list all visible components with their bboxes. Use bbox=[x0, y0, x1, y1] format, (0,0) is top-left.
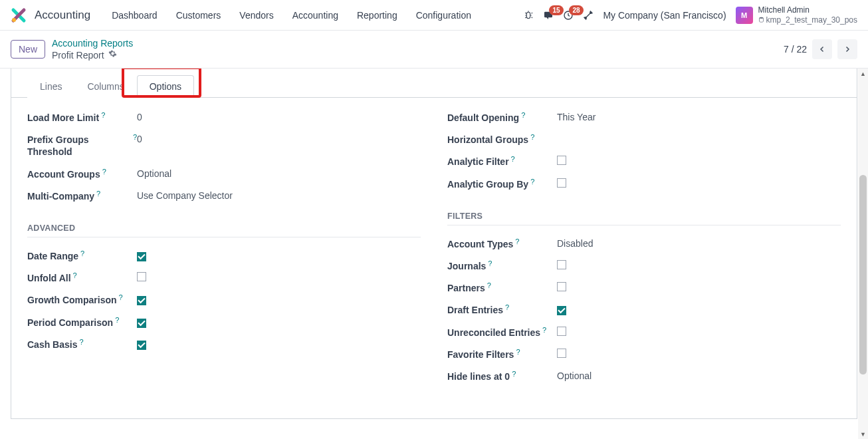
label-account-types: Account Types bbox=[447, 238, 513, 250]
pager-prev-button[interactable] bbox=[812, 39, 832, 59]
checkbox-analytic-filter[interactable] bbox=[557, 156, 566, 165]
label-prefix-groups-threshold: Prefix Groups Threshold bbox=[27, 134, 131, 158]
help-icon[interactable]: ? bbox=[102, 167, 106, 176]
control-panel: New Accounting Reports Profit Report 7 /… bbox=[0, 31, 868, 69]
value-account-types[interactable]: Disabled bbox=[557, 237, 841, 249]
help-icon[interactable]: ? bbox=[79, 337, 83, 347]
form-view: Lines Columns Options Load More Limit? 0… bbox=[0, 69, 868, 439]
value-default-opening[interactable]: This Year bbox=[557, 111, 841, 122]
activities-icon[interactable]: 28 bbox=[563, 10, 574, 21]
tab-lines[interactable]: Lines bbox=[27, 75, 74, 98]
help-icon[interactable]: ? bbox=[119, 293, 123, 302]
value-prefix-groups-threshold[interactable]: 0 bbox=[137, 133, 421, 144]
label-unreconciled-entries: Unreconciled Entries bbox=[447, 327, 540, 339]
breadcrumb: Accounting Reports Profit Report bbox=[52, 37, 133, 61]
checkbox-favorite-filters[interactable] bbox=[557, 349, 566, 358]
breadcrumb-parent[interactable]: Accounting Reports bbox=[52, 37, 133, 49]
help-icon[interactable]: ? bbox=[80, 249, 84, 258]
tools-icon[interactable] bbox=[583, 10, 594, 21]
company-switcher[interactable]: My Company (San Francisco) bbox=[603, 10, 726, 21]
checkbox-partners[interactable] bbox=[557, 282, 566, 291]
pager-text[interactable]: 7 / 22 bbox=[784, 44, 807, 55]
checkbox-cash-basis[interactable] bbox=[137, 341, 146, 350]
label-partners: Partners bbox=[447, 282, 485, 294]
label-growth-comparison: Growth Comparison bbox=[27, 294, 117, 306]
label-hide-lines-at-0: Hide lines at 0 bbox=[447, 370, 510, 382]
label-cash-basis: Cash Basis bbox=[27, 339, 77, 351]
scroll-thumb[interactable] bbox=[859, 175, 867, 374]
section-advanced: ADVANCED bbox=[27, 223, 421, 237]
label-load-more-limit: Load More Limit bbox=[27, 112, 99, 124]
messages-badge: 15 bbox=[549, 5, 563, 15]
menu-vendors[interactable]: Vendors bbox=[231, 6, 281, 25]
checkbox-unfold-all[interactable] bbox=[137, 272, 146, 281]
section-filters: FILTERS bbox=[447, 212, 841, 225]
menu-reporting[interactable]: Reporting bbox=[349, 6, 405, 25]
label-date-range: Date Range bbox=[27, 250, 78, 262]
value-horizontal-groups[interactable] bbox=[557, 133, 841, 134]
tab-options[interactable]: Options bbox=[137, 75, 194, 98]
main-menu: Dashboard Customers Vendors Accounting R… bbox=[104, 6, 479, 25]
checkbox-unreconciled-entries[interactable] bbox=[557, 327, 566, 336]
value-load-more-limit[interactable]: 0 bbox=[137, 111, 421, 122]
menu-dashboard[interactable]: Dashboard bbox=[104, 6, 165, 25]
pager-next-button[interactable] bbox=[837, 39, 857, 59]
help-icon[interactable]: ? bbox=[115, 315, 119, 325]
label-analytic-group-by: Analytic Group By bbox=[447, 178, 528, 190]
app-logo-icon[interactable] bbox=[11, 7, 27, 23]
label-default-opening: Default Opening bbox=[447, 112, 519, 124]
help-icon[interactable]: ? bbox=[488, 259, 492, 268]
menu-accounting[interactable]: Accounting bbox=[284, 6, 346, 25]
activities-badge: 28 bbox=[569, 5, 583, 15]
value-account-groups[interactable]: Optional bbox=[137, 168, 421, 179]
vertical-scrollbar[interactable]: ▲ ▼ bbox=[858, 69, 868, 439]
user-menu[interactable]: M Mitchell Admin kmp_2_test_may_30_pos bbox=[736, 5, 857, 25]
user-name: Mitchell Admin bbox=[758, 5, 857, 15]
help-icon[interactable]: ? bbox=[530, 177, 534, 186]
notebook-tabs: Lines Columns Options bbox=[11, 69, 857, 98]
tab-columns[interactable]: Columns bbox=[74, 75, 136, 98]
help-icon[interactable]: ? bbox=[511, 154, 515, 164]
avatar-icon: M bbox=[736, 7, 753, 24]
help-icon[interactable]: ? bbox=[96, 189, 100, 198]
help-icon[interactable]: ? bbox=[512, 369, 516, 378]
label-unfold-all: Unfold All bbox=[27, 272, 71, 284]
help-icon[interactable]: ? bbox=[487, 281, 491, 290]
checkbox-draft-entries[interactable] bbox=[557, 306, 566, 315]
value-multi-company[interactable]: Use Company Selector bbox=[137, 190, 421, 201]
svg-point-2 bbox=[759, 17, 763, 19]
help-icon[interactable]: ? bbox=[542, 325, 546, 335]
bug-icon[interactable] bbox=[523, 10, 534, 21]
help-icon[interactable]: ? bbox=[515, 237, 519, 246]
breadcrumb-current: Profit Report bbox=[52, 49, 104, 61]
help-icon[interactable]: ? bbox=[73, 271, 77, 280]
menu-configuration[interactable]: Configuration bbox=[408, 6, 479, 25]
label-account-groups: Account Groups bbox=[27, 168, 100, 180]
form-sheet: Lines Columns Options Load More Limit? 0… bbox=[11, 69, 857, 419]
help-icon[interactable]: ? bbox=[530, 132, 534, 142]
messages-icon[interactable]: 15 bbox=[543, 10, 554, 21]
checkbox-period-comparison[interactable] bbox=[137, 319, 146, 328]
label-favorite-filters: Favorite Filters bbox=[447, 349, 514, 361]
checkbox-growth-comparison[interactable] bbox=[137, 296, 146, 305]
label-multi-company: Multi-Company bbox=[27, 190, 94, 202]
user-database: kmp_2_test_may_30_pos bbox=[758, 15, 857, 25]
checkbox-date-range[interactable] bbox=[137, 252, 146, 261]
help-icon[interactable]: ? bbox=[505, 303, 509, 312]
help-icon[interactable]: ? bbox=[133, 132, 137, 142]
checkbox-journals[interactable] bbox=[557, 260, 566, 269]
new-button[interactable]: New bbox=[11, 40, 45, 59]
scroll-up-icon[interactable]: ▲ bbox=[858, 69, 868, 78]
app-name[interactable]: Accounting bbox=[35, 9, 90, 22]
help-icon[interactable]: ? bbox=[521, 110, 525, 120]
help-icon[interactable]: ? bbox=[101, 110, 105, 120]
help-icon[interactable]: ? bbox=[516, 347, 520, 357]
label-draft-entries: Draft Entries bbox=[447, 304, 503, 316]
value-hide-lines-at-0[interactable]: Optional bbox=[557, 370, 841, 381]
gear-icon[interactable] bbox=[108, 49, 117, 61]
label-horizontal-groups: Horizontal Groups bbox=[447, 134, 528, 146]
svg-point-0 bbox=[12, 18, 16, 22]
checkbox-analytic-group-by[interactable] bbox=[557, 178, 566, 188]
scroll-down-icon[interactable]: ▼ bbox=[858, 429, 868, 439]
menu-customers[interactable]: Customers bbox=[168, 6, 229, 25]
